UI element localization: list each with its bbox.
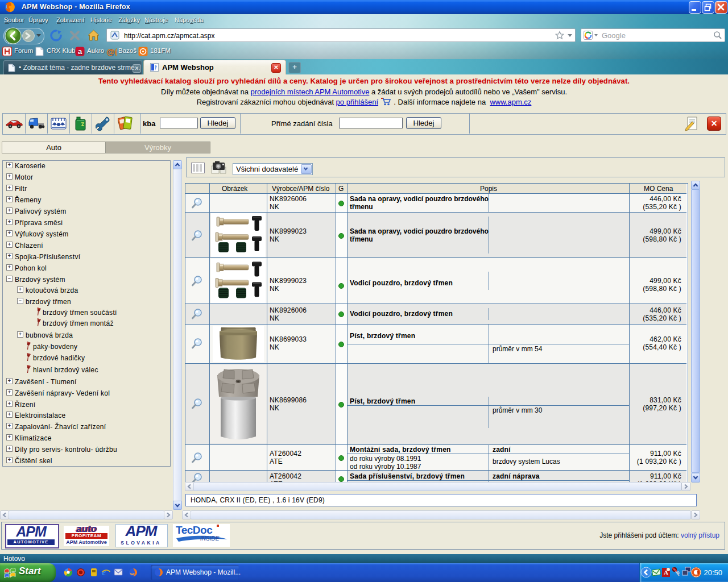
svg-text:a: a [78,47,82,56]
svg-text:e: e [102,567,106,577]
svg-text:@(: @( [106,47,117,56]
